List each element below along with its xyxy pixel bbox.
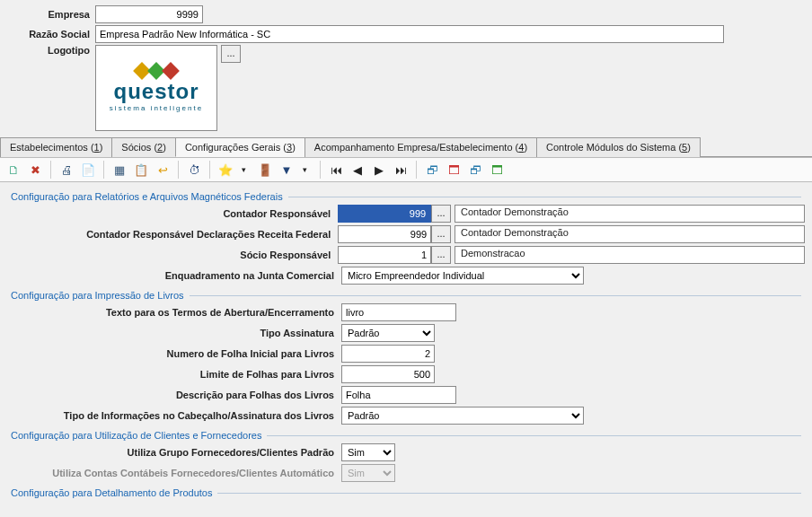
empresa-code-input[interactable] (95, 5, 203, 23)
tipo-assinatura-label: Tipo Assinatura (7, 328, 341, 338)
socio-responsavel-input[interactable] (338, 246, 431, 264)
tab-controle-modulos[interactable]: Controle Módulos do Sistema (5) (536, 137, 701, 157)
logotipo-label: Logotipo (5, 45, 95, 56)
clock-icon[interactable]: ⏱ (186, 162, 202, 178)
tab-acompanhamento[interactable]: Acompanhamento Empresa/Estabelecimento (… (304, 137, 537, 157)
exit-icon[interactable]: 🚪 (257, 162, 273, 178)
contador-responsavel-input[interactable] (338, 205, 431, 223)
razao-social-label: Razão Social (5, 29, 95, 39)
favorite-dropdown-icon[interactable]: ▾ (235, 162, 252, 178)
contador-rf-input[interactable] (338, 225, 431, 243)
nav-next-icon[interactable]: ▶ (371, 162, 387, 178)
enquadramento-label: Enquadramento na Junta Comercial (7, 270, 341, 281)
contador-responsavel-desc: Contador Demonstração (455, 205, 805, 223)
utiliza-grupo-select[interactable]: Sim (341, 443, 395, 461)
table-icon[interactable]: 📋 (133, 162, 149, 178)
grid-icon[interactable]: ▦ (111, 162, 128, 178)
tab-bar: Estabelecimentos (1) Sócios (2) Configur… (0, 136, 812, 157)
nav-first-icon[interactable]: ⏮ (328, 162, 344, 178)
logo-subtitle: sistema inteligente (110, 104, 203, 112)
nav-prev-icon[interactable]: ◀ (349, 162, 366, 178)
toolbar: 🗋 ✖ 🖨 📄 ▦ 📋 ↩ ⏱ ⭐ ▾ 🚪 ▼ ▾ ⏮ ◀ ▶ ⏭ 🗗 🗖 🗗 … (0, 157, 812, 182)
contador-responsavel-label: Contador Responsável (7, 208, 338, 219)
section-relatorios-title: Configuração para Relatórios e Arquivos … (7, 191, 805, 202)
empresa-label: Empresa (5, 9, 95, 20)
limite-folhas-input[interactable] (341, 365, 435, 383)
tipo-assinatura-select[interactable]: Padrão (341, 324, 435, 342)
tipo-info-cabecalho-select[interactable]: Padrão (341, 407, 584, 425)
new-icon[interactable]: 🗋 (5, 162, 22, 178)
undo-icon[interactable]: ↩ (154, 162, 171, 178)
socio-responsavel-lookup-button[interactable]: ... (431, 246, 451, 264)
section-impressao-livros-title: Configuração para Impressão de Livros (7, 290, 805, 301)
tab-estabelecimentos[interactable]: Estabelecimentos (1) (0, 137, 112, 157)
filter-dropdown-icon[interactable]: ▾ (296, 162, 313, 178)
logo-preview: questor sistema inteligente (95, 45, 217, 131)
nav-last-icon[interactable]: ⏭ (393, 162, 409, 178)
tab-configuracoes-gerais[interactable]: Configurações Gerais (3) (175, 137, 305, 157)
utiliza-grupo-label: Utiliza Grupo Fornecedores/Clientes Padr… (7, 447, 341, 458)
print-icon[interactable]: 🖨 (58, 162, 75, 178)
contador-rf-label: Contador Responsável Declarações Receita… (7, 229, 338, 240)
descricao-folhas-label: Descrição para Folhas dos Livros (7, 390, 341, 400)
delete-icon[interactable]: ✖ (27, 162, 43, 178)
socio-responsavel-label: Sócio Responsável (7, 250, 338, 260)
num-folha-inicial-label: Numero de Folha Inicial para Livros (7, 348, 341, 359)
contador-rf-desc: Contador Demonstração (455, 225, 805, 243)
num-folha-inicial-input[interactable] (341, 345, 435, 363)
texto-termos-input[interactable] (341, 303, 456, 321)
limite-folhas-label: Limite de Folhas para Livros (7, 369, 341, 380)
tipo-info-cabecalho-label: Tipo de Informações no Cabeçalho/Assinat… (7, 410, 341, 421)
section-detalhamento-produtos-title: Configuração para Detalhamento de Produt… (7, 487, 805, 498)
favorite-icon[interactable]: ⭐ (217, 162, 234, 178)
razao-social-input[interactable] (95, 25, 724, 43)
socio-responsavel-desc: Demonstracao (455, 246, 805, 264)
tab-socios[interactable]: Sócios (2) (111, 137, 176, 157)
descricao-folhas-input[interactable] (341, 386, 456, 404)
filter-icon[interactable]: ▼ (278, 162, 295, 178)
texto-termos-label: Texto para os Termos de Abertura/Encerra… (7, 307, 341, 318)
window1-icon[interactable]: 🗗 (424, 162, 440, 178)
window4-icon[interactable]: 🗖 (489, 162, 505, 178)
logo-word: questor (113, 79, 199, 104)
utiliza-contas-label: Utiliza Contas Contábeis Fornecedores/Cl… (7, 468, 341, 478)
window2-icon[interactable]: 🗖 (446, 162, 462, 178)
section-clientes-fornecedores-title: Configuração para Utilização de Clientes… (7, 430, 805, 441)
contador-rf-lookup-button[interactable]: ... (431, 225, 451, 243)
utiliza-contas-select: Sim (341, 464, 395, 482)
enquadramento-select[interactable]: Micro Empreendedor Individual (341, 267, 584, 285)
logo-browse-button[interactable]: ... (221, 45, 241, 63)
window3-icon[interactable]: 🗗 (467, 162, 483, 178)
copy-icon[interactable]: 📄 (80, 162, 96, 178)
contador-responsavel-lookup-button[interactable]: ... (431, 205, 451, 223)
